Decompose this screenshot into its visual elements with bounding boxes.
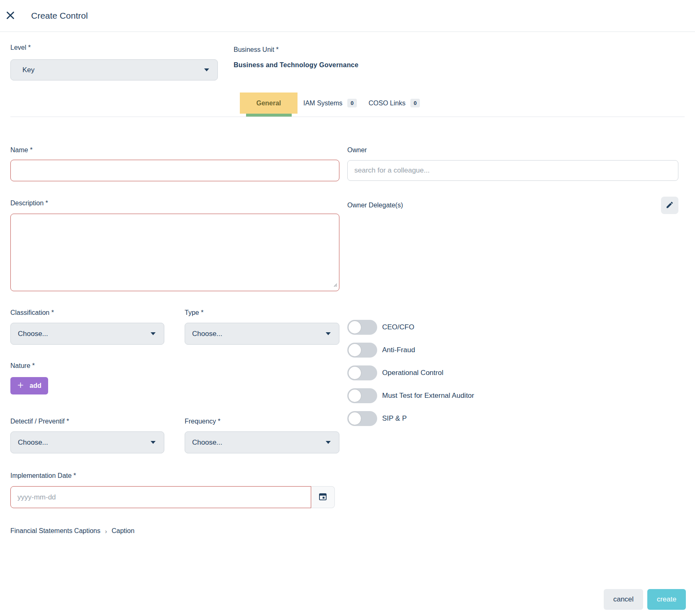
breadcrumb: Financial Statements Captions › Caption: [10, 527, 339, 535]
owner-search-input[interactable]: [347, 160, 678, 181]
frequency-select[interactable]: Choose...: [185, 431, 339, 453]
classification-select-value: Choose...: [18, 330, 48, 338]
tab-coso-links-badge: 0: [410, 99, 420, 107]
page-title: Create Control: [31, 11, 88, 21]
owner-label: Owner: [347, 146, 678, 154]
tab-iam-systems-badge: 0: [347, 99, 357, 107]
level-select-value: Key: [22, 66, 34, 74]
toggle-row-operational-control: Operational Control: [347, 365, 678, 380]
date-picker-button[interactable]: [311, 486, 335, 508]
toggle-group: CEO/CFO Anti-Fraud Operational Control M…: [347, 320, 678, 426]
chevron-right-icon: ›: [105, 528, 107, 535]
breadcrumb-item-caption[interactable]: Caption: [112, 527, 134, 535]
right-column: Owner Owner Delegate(s) CEO/CFO Anti-Fra: [347, 146, 678, 535]
chevron-down-icon: [326, 441, 331, 444]
implementation-date-input[interactable]: [10, 486, 311, 508]
close-icon: [5, 10, 16, 22]
tab-iam-systems[interactable]: IAM Systems 0: [298, 93, 363, 114]
left-column: Name * Description * Classification * Ch…: [10, 146, 339, 535]
tab-general[interactable]: General: [240, 93, 298, 114]
anti-fraud-toggle[interactable]: [347, 343, 377, 358]
nature-add-button[interactable]: add: [10, 377, 48, 394]
tab-bar-divider: [10, 117, 685, 117]
toggle-knob: [349, 367, 361, 379]
classification-field: Classification * Choose...: [10, 309, 164, 345]
general-tab-panel: Name * Description * Classification * Ch…: [0, 146, 695, 535]
toggle-row-must-test: Must Test for External Auditor: [347, 388, 678, 403]
toggle-row-ceo-cfo: CEO/CFO: [347, 320, 678, 335]
ceo-cfo-toggle[interactable]: [347, 320, 377, 335]
toggle-row-anti-fraud: Anti-Fraud: [347, 343, 678, 358]
top-fields-row: Level * Key Business Unit * Business and…: [0, 44, 695, 80]
toggle-knob: [349, 344, 361, 356]
detectif-select-value: Choose...: [18, 438, 48, 447]
business-unit-value: Business and Technology Governance: [234, 61, 358, 69]
type-label: Type *: [185, 309, 339, 317]
implementation-date-label: Implementation Date *: [10, 472, 339, 480]
tab-coso-links-label: COSO Links: [368, 100, 405, 107]
business-unit-field: Business Unit * Business and Technology …: [234, 44, 358, 80]
description-label: Description *: [10, 200, 339, 207]
frequency-field: Frequency * Choose...: [185, 418, 339, 453]
chevron-down-icon: [326, 332, 331, 335]
create-control-dialog: Create Control Level * Key Business Unit…: [0, 0, 695, 616]
owner-delegates-label: Owner Delegate(s): [347, 202, 403, 209]
type-select[interactable]: Choose...: [185, 323, 339, 345]
description-textarea[interactable]: [10, 214, 339, 291]
classification-type-row: Classification * Choose... Type * Choose…: [10, 309, 339, 345]
pencil-icon: [666, 201, 674, 210]
level-select[interactable]: Key: [10, 59, 218, 80]
owner-delegates-row: Owner Delegate(s): [347, 197, 678, 214]
sip-p-toggle[interactable]: [347, 411, 377, 426]
name-input[interactable]: [10, 160, 339, 181]
chevron-down-icon: [151, 441, 156, 444]
chevron-down-icon: [151, 332, 156, 335]
level-label: Level *: [10, 44, 218, 51]
calendar-icon: [318, 492, 327, 502]
type-field: Type * Choose...: [185, 309, 339, 345]
level-field: Level * Key: [10, 44, 218, 80]
chevron-down-icon: [204, 68, 209, 71]
active-tab-indicator: [246, 114, 292, 117]
nature-label: Nature *: [10, 362, 339, 370]
breadcrumb-item-financial-statements-captions[interactable]: Financial Statements Captions: [10, 527, 100, 535]
detectif-label: Detectif / Preventif *: [10, 418, 164, 425]
tab-iam-systems-label: IAM Systems: [303, 100, 342, 107]
dialog-header: Create Control: [0, 0, 695, 32]
frequency-select-value: Choose...: [192, 438, 222, 447]
close-button[interactable]: [3, 8, 18, 23]
detectif-field: Detectif / Preventif * Choose...: [10, 418, 164, 453]
implementation-date-field: [10, 486, 335, 508]
sip-p-toggle-label: SIP & P: [382, 414, 407, 423]
detectif-select[interactable]: Choose...: [10, 431, 164, 453]
create-button[interactable]: create: [647, 589, 686, 610]
classification-label: Classification *: [10, 309, 164, 317]
ceo-cfo-toggle-label: CEO/CFO: [382, 323, 414, 331]
edit-delegates-button[interactable]: [661, 197, 678, 214]
description-field: [10, 214, 339, 291]
tab-coso-links[interactable]: COSO Links 0: [363, 93, 426, 114]
toggle-row-sip-p: SIP & P: [347, 411, 678, 426]
type-select-value: Choose...: [192, 330, 222, 338]
toggle-knob: [349, 321, 361, 334]
classification-select[interactable]: Choose...: [10, 323, 164, 345]
plus-icon: [17, 382, 24, 390]
must-test-toggle[interactable]: [347, 388, 377, 403]
nature-add-label: add: [29, 382, 41, 390]
detectif-frequency-row: Detectif / Preventif * Choose... Frequen…: [10, 418, 339, 453]
name-label: Name *: [10, 146, 339, 154]
dialog-footer: cancel create: [604, 589, 686, 610]
toggle-knob: [349, 390, 361, 402]
anti-fraud-toggle-label: Anti-Fraud: [382, 346, 415, 354]
operational-control-toggle-label: Operational Control: [382, 369, 443, 377]
toggle-knob: [349, 412, 361, 425]
must-test-toggle-label: Must Test for External Auditor: [382, 392, 474, 400]
cancel-button[interactable]: cancel: [604, 589, 643, 610]
frequency-label: Frequency *: [185, 418, 339, 425]
tab-bar: General IAM Systems 0 COSO Links 0: [240, 93, 695, 114]
business-unit-label: Business Unit *: [234, 46, 358, 54]
tab-general-label: General: [256, 100, 281, 107]
operational-control-toggle[interactable]: [347, 365, 377, 380]
